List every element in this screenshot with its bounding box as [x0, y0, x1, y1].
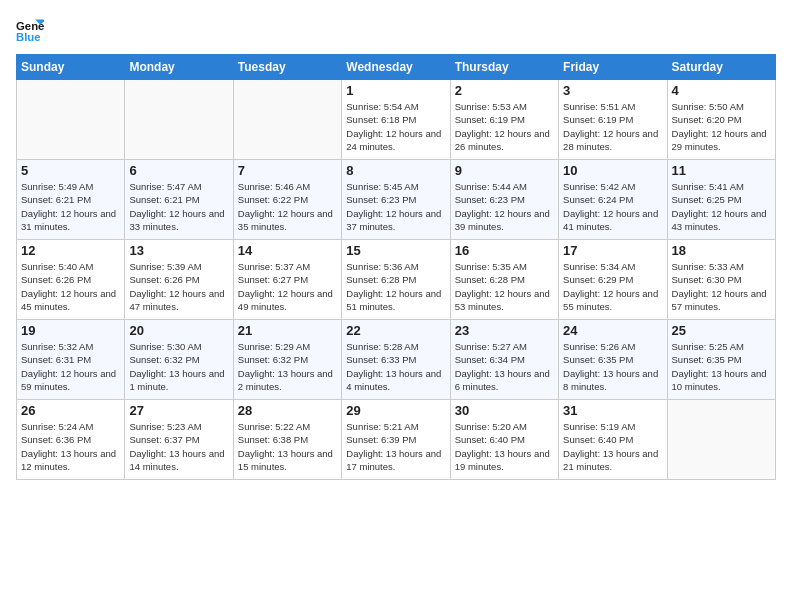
day-detail: Sunrise: 5:33 AM Sunset: 6:30 PM Dayligh…	[672, 260, 771, 313]
day-detail: Sunrise: 5:46 AM Sunset: 6:22 PM Dayligh…	[238, 180, 337, 233]
day-detail: Sunrise: 5:24 AM Sunset: 6:36 PM Dayligh…	[21, 420, 120, 473]
col-saturday: Saturday	[667, 55, 775, 80]
day-cell: 18Sunrise: 5:33 AM Sunset: 6:30 PM Dayli…	[667, 240, 775, 320]
day-detail: Sunrise: 5:41 AM Sunset: 6:25 PM Dayligh…	[672, 180, 771, 233]
day-cell: 28Sunrise: 5:22 AM Sunset: 6:38 PM Dayli…	[233, 400, 341, 480]
day-detail: Sunrise: 5:49 AM Sunset: 6:21 PM Dayligh…	[21, 180, 120, 233]
day-number: 12	[21, 243, 120, 258]
day-detail: Sunrise: 5:54 AM Sunset: 6:18 PM Dayligh…	[346, 100, 445, 153]
day-cell: 12Sunrise: 5:40 AM Sunset: 6:26 PM Dayli…	[17, 240, 125, 320]
header-row: Sunday Monday Tuesday Wednesday Thursday…	[17, 55, 776, 80]
day-detail: Sunrise: 5:30 AM Sunset: 6:32 PM Dayligh…	[129, 340, 228, 393]
day-detail: Sunrise: 5:37 AM Sunset: 6:27 PM Dayligh…	[238, 260, 337, 313]
day-cell: 23Sunrise: 5:27 AM Sunset: 6:34 PM Dayli…	[450, 320, 558, 400]
day-cell: 6Sunrise: 5:47 AM Sunset: 6:21 PM Daylig…	[125, 160, 233, 240]
day-detail: Sunrise: 5:28 AM Sunset: 6:33 PM Dayligh…	[346, 340, 445, 393]
day-cell: 26Sunrise: 5:24 AM Sunset: 6:36 PM Dayli…	[17, 400, 125, 480]
day-number: 28	[238, 403, 337, 418]
day-cell: 4Sunrise: 5:50 AM Sunset: 6:20 PM Daylig…	[667, 80, 775, 160]
day-cell: 8Sunrise: 5:45 AM Sunset: 6:23 PM Daylig…	[342, 160, 450, 240]
day-cell: 13Sunrise: 5:39 AM Sunset: 6:26 PM Dayli…	[125, 240, 233, 320]
day-detail: Sunrise: 5:20 AM Sunset: 6:40 PM Dayligh…	[455, 420, 554, 473]
day-detail: Sunrise: 5:42 AM Sunset: 6:24 PM Dayligh…	[563, 180, 662, 233]
day-cell: 9Sunrise: 5:44 AM Sunset: 6:23 PM Daylig…	[450, 160, 558, 240]
day-number: 26	[21, 403, 120, 418]
day-detail: Sunrise: 5:32 AM Sunset: 6:31 PM Dayligh…	[21, 340, 120, 393]
day-cell: 30Sunrise: 5:20 AM Sunset: 6:40 PM Dayli…	[450, 400, 558, 480]
day-number: 4	[672, 83, 771, 98]
day-number: 30	[455, 403, 554, 418]
day-cell: 21Sunrise: 5:29 AM Sunset: 6:32 PM Dayli…	[233, 320, 341, 400]
week-row-3: 12Sunrise: 5:40 AM Sunset: 6:26 PM Dayli…	[17, 240, 776, 320]
day-number: 8	[346, 163, 445, 178]
week-row-5: 26Sunrise: 5:24 AM Sunset: 6:36 PM Dayli…	[17, 400, 776, 480]
day-cell: 27Sunrise: 5:23 AM Sunset: 6:37 PM Dayli…	[125, 400, 233, 480]
col-thursday: Thursday	[450, 55, 558, 80]
col-tuesday: Tuesday	[233, 55, 341, 80]
day-number: 25	[672, 323, 771, 338]
day-number: 24	[563, 323, 662, 338]
day-cell	[125, 80, 233, 160]
day-detail: Sunrise: 5:51 AM Sunset: 6:19 PM Dayligh…	[563, 100, 662, 153]
day-detail: Sunrise: 5:27 AM Sunset: 6:34 PM Dayligh…	[455, 340, 554, 393]
day-detail: Sunrise: 5:44 AM Sunset: 6:23 PM Dayligh…	[455, 180, 554, 233]
day-cell: 5Sunrise: 5:49 AM Sunset: 6:21 PM Daylig…	[17, 160, 125, 240]
day-detail: Sunrise: 5:29 AM Sunset: 6:32 PM Dayligh…	[238, 340, 337, 393]
col-monday: Monday	[125, 55, 233, 80]
logo-icon: General Blue	[16, 16, 44, 44]
day-cell: 1Sunrise: 5:54 AM Sunset: 6:18 PM Daylig…	[342, 80, 450, 160]
day-detail: Sunrise: 5:34 AM Sunset: 6:29 PM Dayligh…	[563, 260, 662, 313]
day-number: 31	[563, 403, 662, 418]
day-detail: Sunrise: 5:21 AM Sunset: 6:39 PM Dayligh…	[346, 420, 445, 473]
day-detail: Sunrise: 5:50 AM Sunset: 6:20 PM Dayligh…	[672, 100, 771, 153]
svg-text:Blue: Blue	[16, 31, 41, 43]
day-cell: 7Sunrise: 5:46 AM Sunset: 6:22 PM Daylig…	[233, 160, 341, 240]
col-sunday: Sunday	[17, 55, 125, 80]
day-number: 1	[346, 83, 445, 98]
day-detail: Sunrise: 5:23 AM Sunset: 6:37 PM Dayligh…	[129, 420, 228, 473]
day-cell: 24Sunrise: 5:26 AM Sunset: 6:35 PM Dayli…	[559, 320, 667, 400]
day-cell	[667, 400, 775, 480]
day-cell: 3Sunrise: 5:51 AM Sunset: 6:19 PM Daylig…	[559, 80, 667, 160]
page-header: General Blue	[16, 16, 776, 44]
day-cell: 17Sunrise: 5:34 AM Sunset: 6:29 PM Dayli…	[559, 240, 667, 320]
day-cell: 22Sunrise: 5:28 AM Sunset: 6:33 PM Dayli…	[342, 320, 450, 400]
day-number: 5	[21, 163, 120, 178]
day-number: 11	[672, 163, 771, 178]
day-cell: 29Sunrise: 5:21 AM Sunset: 6:39 PM Dayli…	[342, 400, 450, 480]
day-number: 13	[129, 243, 228, 258]
day-number: 15	[346, 243, 445, 258]
day-detail: Sunrise: 5:47 AM Sunset: 6:21 PM Dayligh…	[129, 180, 228, 233]
day-detail: Sunrise: 5:26 AM Sunset: 6:35 PM Dayligh…	[563, 340, 662, 393]
day-number: 29	[346, 403, 445, 418]
day-detail: Sunrise: 5:40 AM Sunset: 6:26 PM Dayligh…	[21, 260, 120, 313]
day-number: 14	[238, 243, 337, 258]
day-cell: 19Sunrise: 5:32 AM Sunset: 6:31 PM Dayli…	[17, 320, 125, 400]
day-detail: Sunrise: 5:45 AM Sunset: 6:23 PM Dayligh…	[346, 180, 445, 233]
col-wednesday: Wednesday	[342, 55, 450, 80]
calendar-body: 1Sunrise: 5:54 AM Sunset: 6:18 PM Daylig…	[17, 80, 776, 480]
day-cell: 16Sunrise: 5:35 AM Sunset: 6:28 PM Dayli…	[450, 240, 558, 320]
day-detail: Sunrise: 5:36 AM Sunset: 6:28 PM Dayligh…	[346, 260, 445, 313]
day-number: 10	[563, 163, 662, 178]
day-number: 18	[672, 243, 771, 258]
calendar-table: Sunday Monday Tuesday Wednesday Thursday…	[16, 54, 776, 480]
day-detail: Sunrise: 5:35 AM Sunset: 6:28 PM Dayligh…	[455, 260, 554, 313]
day-number: 6	[129, 163, 228, 178]
day-number: 20	[129, 323, 228, 338]
day-cell: 20Sunrise: 5:30 AM Sunset: 6:32 PM Dayli…	[125, 320, 233, 400]
day-detail: Sunrise: 5:25 AM Sunset: 6:35 PM Dayligh…	[672, 340, 771, 393]
day-cell: 2Sunrise: 5:53 AM Sunset: 6:19 PM Daylig…	[450, 80, 558, 160]
calendar-header: Sunday Monday Tuesday Wednesday Thursday…	[17, 55, 776, 80]
day-number: 19	[21, 323, 120, 338]
day-number: 21	[238, 323, 337, 338]
day-cell	[17, 80, 125, 160]
day-number: 27	[129, 403, 228, 418]
day-number: 17	[563, 243, 662, 258]
week-row-2: 5Sunrise: 5:49 AM Sunset: 6:21 PM Daylig…	[17, 160, 776, 240]
day-number: 3	[563, 83, 662, 98]
day-detail: Sunrise: 5:19 AM Sunset: 6:40 PM Dayligh…	[563, 420, 662, 473]
day-number: 23	[455, 323, 554, 338]
day-cell: 31Sunrise: 5:19 AM Sunset: 6:40 PM Dayli…	[559, 400, 667, 480]
day-number: 22	[346, 323, 445, 338]
